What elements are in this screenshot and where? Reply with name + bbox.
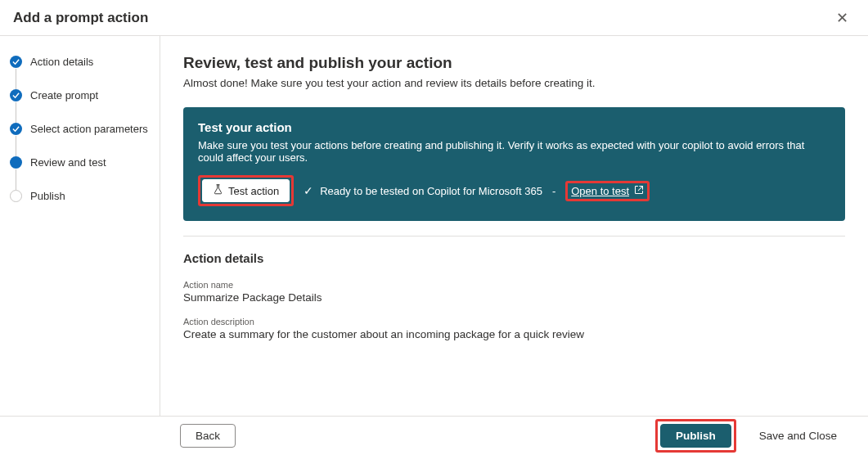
back-button[interactable]: Back: [180, 424, 236, 448]
open-link-label: Open to test: [571, 185, 629, 197]
highlight-box: Publish: [655, 419, 736, 453]
action-description-label: Action description: [183, 317, 845, 327]
step-publish[interactable]: Publish: [10, 190, 160, 202]
test-action-button[interactable]: Test action: [202, 179, 290, 202]
current-step-icon: [10, 156, 22, 169]
step-label: Select action parameters: [30, 123, 148, 135]
separator: -: [552, 185, 555, 197]
upcoming-step-icon: [10, 190, 22, 202]
check-icon: [10, 89, 22, 101]
beaker-icon: [213, 184, 223, 197]
test-panel-description: Make sure you test your actions before c…: [198, 139, 830, 164]
test-action-panel: Test your action Make sure you test your…: [183, 107, 845, 221]
step-create-prompt[interactable]: Create prompt: [10, 89, 160, 123]
step-select-parameters[interactable]: Select action parameters: [10, 123, 160, 156]
highlight-box: Test action: [198, 175, 294, 206]
action-details-section: Action details Action name Summarize Pac…: [183, 236, 845, 340]
ready-status: ✓ Ready to be tested on Copilot for Micr…: [304, 184, 542, 197]
open-to-test-link[interactable]: Open to test: [571, 185, 644, 197]
test-button-label: Test action: [228, 185, 279, 197]
highlight-box: Open to test: [565, 181, 650, 201]
dialog-footer: Back Publish Save and Close: [0, 416, 868, 455]
details-section-title: Action details: [183, 251, 845, 265]
main-content: Review, test and publish your action Alm…: [160, 36, 868, 416]
step-action-details[interactable]: Action details: [10, 56, 160, 89]
save-and-close-button[interactable]: Save and Close: [744, 425, 852, 447]
close-icon: ✕: [836, 10, 848, 26]
external-link-icon: [634, 185, 644, 197]
page-subheading: Almost done! Make sure you test your act…: [183, 77, 845, 89]
action-description-value: Create a summary for the customer about …: [183, 328, 845, 340]
wizard-sidebar: Action details Create prompt Select acti…: [0, 36, 160, 416]
step-label: Review and test: [30, 156, 106, 169]
test-panel-row: Test action ✓ Ready to be tested on Copi…: [198, 175, 830, 206]
page-heading: Review, test and publish your action: [183, 54, 845, 72]
step-label: Publish: [30, 190, 65, 202]
check-icon: [10, 56, 22, 68]
close-button[interactable]: ✕: [830, 6, 855, 30]
action-name-value: Summarize Package Details: [183, 291, 845, 304]
dialog-title: Add a prompt action: [13, 10, 148, 26]
test-panel-title: Test your action: [198, 120, 830, 134]
step-review-test[interactable]: Review and test: [10, 156, 160, 190]
ready-status-text: Ready to be tested on Copilot for Micros…: [320, 185, 542, 197]
wizard-steps: Action details Create prompt Select acti…: [10, 56, 160, 202]
step-label: Action details: [30, 56, 93, 68]
step-label: Create prompt: [30, 89, 98, 101]
action-name-label: Action name: [183, 280, 845, 290]
check-icon: [10, 123, 22, 135]
publish-button[interactable]: Publish: [660, 424, 731, 448]
checkmark-icon: ✓: [304, 184, 313, 197]
dialog-header: Add a prompt action ✕: [0, 0, 868, 36]
